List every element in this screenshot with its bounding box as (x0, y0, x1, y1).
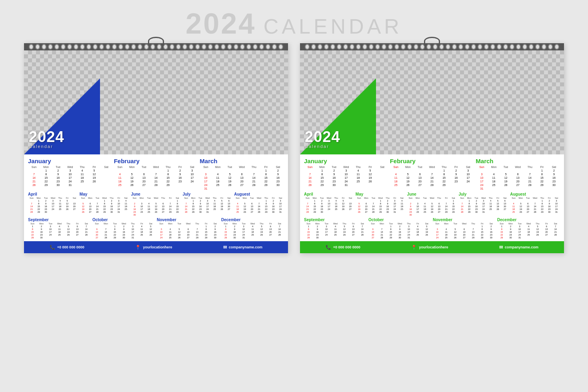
month-june-blue: June SunMonTueWedThuFriSat 1 2345678 910… (131, 192, 181, 216)
image-area-green: 2024Calendar (300, 50, 564, 154)
day-headers-mar-blue: SunMonTueWedThuFriSat (200, 165, 284, 169)
top-months-blue: January SunMonTueWedThuFriSat 12345 7891… (28, 158, 284, 190)
month-name-sep-blue: September (28, 218, 91, 222)
month-may-green: May SunMonTueWedThuFriSat 1234 567891011… (356, 192, 406, 216)
mid-months-blue: April SunMonTueWedThuFriSat 12345 789101… (28, 192, 284, 216)
month-may-blue: May SunMonTueWedThuFriSat 1234 567891011… (80, 192, 130, 216)
month-august-blue: Auguest SunMonTueWedThuFriSat 123 456789… (234, 192, 284, 216)
month-name-jan-green: January (304, 158, 388, 164)
day-headers-feb-blue: SunMonTueWedThuFriSat (114, 165, 198, 169)
location-icon-blue: 📍 (135, 245, 141, 250)
month-name-dec-green: December (497, 218, 560, 222)
footer-phone-green: 📞 +0 000 000 0000 (326, 245, 360, 250)
month-name-mar-blue: March (200, 158, 284, 164)
spiral-green (300, 43, 564, 50)
month-name-jul-blue: July (182, 192, 232, 196)
footer-website-blue: ✉ companyname.com (223, 245, 262, 250)
title-text: CALENDAR (264, 15, 402, 38)
page-title: 2024 CALENDAR (186, 0, 402, 43)
month-sep-blue: September SunMonTueWedThuFriSat 1234567 … (28, 218, 91, 239)
month-march-blue: March SunMonTueWedThuFriSat 12 3456789 1… (200, 158, 284, 190)
phone-icon-blue: 📞 (50, 245, 55, 250)
month-name-apr-green: April (304, 192, 354, 196)
day-grid-apr-blue: 12345 78910111213 14151617181920 2122232… (28, 199, 78, 213)
bot-months-blue: September SunMonTueWedThuFriSat 1234567 … (28, 218, 284, 239)
month-january-blue: January SunMonTueWedThuFriSat 12345 7891… (28, 158, 112, 190)
month-name-may-green: May (356, 192, 406, 196)
month-sep-green: September SunMonTueWedThuFriSat 1234567 … (304, 218, 367, 239)
calendar-blue: 2024Calendar January SunMonTueWedThuFriS… (24, 43, 288, 253)
day-grid-jan-blue: 12345 789101112 141516171819 21222324252… (28, 169, 112, 187)
footer-phone-blue: 📞 +0 000 000 0000 (50, 245, 84, 250)
spiral-hook-blue (148, 37, 164, 46)
month-name-mar-green: March (476, 158, 560, 164)
year-badge-green: 2024Calendar (305, 129, 340, 149)
day-grid-mar-blue: 12 3456789 10111213141516 17181920212223… (200, 169, 284, 190)
image-area-blue: 2024Calendar (24, 50, 288, 154)
email-icon-green: ✉ (499, 245, 503, 250)
month-name-oct-green: October (368, 218, 431, 222)
footer-website-green: ✉ companyname.com (499, 245, 538, 250)
month-name-nov-blue: November (157, 218, 220, 222)
phone-icon-green: 📞 (326, 245, 331, 250)
month-name-feb-blue: February (114, 158, 198, 164)
month-july-green: July SunMonTueWedThuFriSat 123456 789101… (458, 192, 508, 216)
calendars-row: 2024Calendar January SunMonTueWedThuFriS… (0, 43, 588, 253)
month-dec-blue: December SunMonTueWedThuFriSat 1234567 8… (221, 218, 284, 239)
month-oct-green: October SunMonTueWedThuFriSat 12345 6789… (368, 218, 431, 239)
month-name-oct-blue: October (92, 218, 155, 222)
month-august-green: Auguest SunMonTueWedThuFriSat 123 456789… (510, 192, 560, 216)
month-name-dec-blue: December (221, 218, 284, 222)
year-badge-blue: 2024Calendar (29, 129, 64, 149)
month-name-jul-green: July (458, 192, 508, 196)
calendar-green: 2024Calendar January SunMonTueWedThuFriS… (300, 43, 564, 253)
month-nov-blue: November SunMonTueWedThuFriSat 12 345678… (157, 218, 220, 239)
footer-location-blue: 📍 yourlocationhere (135, 245, 172, 250)
email-icon-blue: ✉ (223, 245, 227, 250)
month-name-sep-green: September (304, 218, 367, 222)
month-march-green: March SunMonTueWedThuFriSat 12 3456789 1… (476, 158, 560, 190)
footer-location-green: 📍 yourlocationhere (411, 245, 448, 250)
month-nov-green: November SunMonTueWedThuFriSat 12 345678… (433, 218, 496, 239)
top-months-green: January SunMonTueWedThuFriSat 12345 7891… (304, 158, 560, 190)
day-grid-feb-blue: 123 45678910 11121314151617 181920212223… (114, 169, 198, 187)
month-january-green: January SunMonTueWedThuFriSat 12345 7891… (304, 158, 388, 190)
month-dec-green: December SunMonTueWedThuFriSat 1234567 8… (497, 218, 560, 239)
month-name-nov-green: November (433, 218, 496, 222)
spiral-blue (24, 43, 288, 50)
cal-body-green: January SunMonTueWedThuFriSat 12345 7891… (300, 154, 564, 241)
footer-bar-green: 📞 +0 000 000 0000 📍 yourlocationhere ✉ c… (300, 241, 564, 253)
month-name-jun-green: June (407, 192, 457, 196)
mid-months-green: April SunMonTueWedThuFriSat 12345 789101… (304, 192, 560, 216)
month-name-aug-green: Auguest (510, 192, 560, 196)
month-name-jan-blue: January (28, 158, 112, 164)
month-february-blue: February SunMonTueWedThuFriSat 123 45678… (114, 158, 198, 190)
location-icon-green: 📍 (411, 245, 417, 250)
spiral-hook-green (424, 37, 440, 46)
month-july-blue: July SunMonTueWedThuFriSat 123456 789101… (182, 192, 232, 216)
month-june-green: June SunMonTueWedThuFriSat 1 2345678 910… (407, 192, 457, 216)
day-headers-jan-blue: SunMonTueWedThuFriSat (28, 165, 112, 169)
month-oct-blue: October SunMonTueWedThuFriSat 12345 6789… (92, 218, 155, 239)
month-name-apr-blue: April (28, 192, 78, 196)
month-name-may-blue: May (80, 192, 130, 196)
month-april-green: April SunMonTueWedThuFriSat 12345 789101… (304, 192, 354, 216)
month-name-feb-green: February (390, 158, 474, 164)
title-year: 2024 (186, 8, 256, 40)
month-february-green: February SunMonTueWedThuFriSat 123 45678… (390, 158, 474, 190)
month-name-jun-blue: June (131, 192, 181, 196)
month-name-aug-blue: Auguest (234, 192, 284, 196)
month-april-blue: April SunMonTueWedThuFriSat 12345 789101… (28, 192, 78, 216)
bot-months-green: September SunMonTueWedThuFriSat 1234567 … (304, 218, 560, 239)
cal-body-blue: January SunMonTueWedThuFriSat 12345 7891… (24, 154, 288, 241)
footer-bar-blue: 📞 +0 000 000 0000 📍 yourlocationhere ✉ c… (24, 241, 288, 253)
